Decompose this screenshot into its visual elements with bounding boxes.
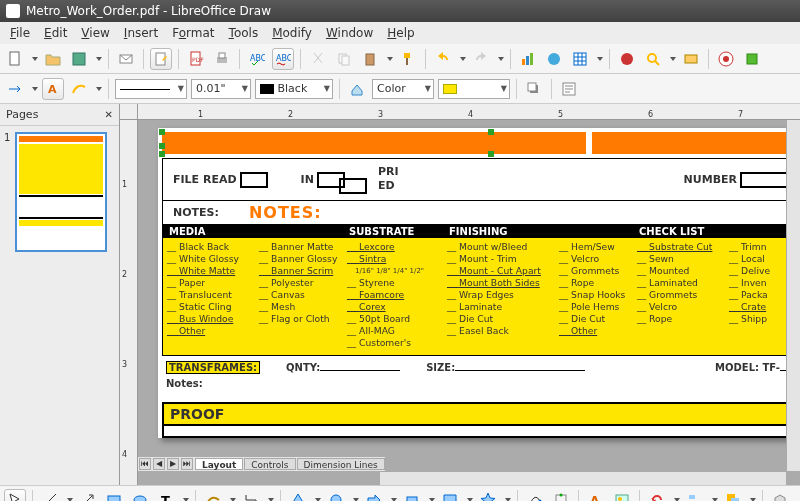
gallery-button[interactable] [680,48,702,70]
arrow-style-button[interactable] [4,78,26,100]
clone-format-button[interactable] [397,48,419,70]
menu-insert[interactable]: Insert [118,24,164,42]
menu-format[interactable]: Format [166,24,220,42]
orange-header-bar[interactable] [162,132,800,154]
zoom-dropdown[interactable] [670,57,676,61]
ellipse-tool[interactable] [129,489,151,502]
fill-color-combo[interactable]: ▼ [438,79,510,99]
export-pdf-button[interactable]: PDF [185,48,207,70]
line-tool[interactable] [39,489,61,502]
document-page[interactable]: FILE READ IN PRI ED NUMBER NOTES: NOTES:… [158,128,800,438]
points-button[interactable] [68,78,90,100]
ruler-horizontal: 1 2 3 4 5 6 7 [138,104,800,120]
vertical-scrollbar[interactable] [786,120,800,471]
pages-title-label: Pages [6,108,38,121]
menubar[interactable]: File Edit View Insert Format Tools Modif… [0,22,800,44]
area-button[interactable] [346,78,368,100]
print-button[interactable] [211,48,233,70]
copy-button[interactable] [333,48,355,70]
edit-file-button[interactable] [150,48,172,70]
tab-first[interactable]: ⏮ [139,458,151,470]
cut-button[interactable] [307,48,329,70]
paste-dropdown[interactable] [387,57,393,61]
align-tool[interactable] [684,489,706,502]
menu-modify[interactable]: Modify [266,24,318,42]
tab-controls[interactable]: Controls [244,458,295,470]
tab-next[interactable]: ▶ [167,458,179,470]
line-color-value: Black [278,82,308,95]
menu-file[interactable]: File [4,24,36,42]
redo-dropdown[interactable] [498,57,504,61]
tab-prev[interactable]: ◀ [153,458,165,470]
block-arrows-tool[interactable] [363,489,385,502]
tab-layout[interactable]: Layout [195,458,243,470]
curve-tool[interactable] [202,489,224,502]
arrange-tool[interactable] [722,489,744,502]
menu-tools[interactable]: Tools [223,24,265,42]
workarea: Pages ✕ 1 1 [0,104,800,485]
svg-rect-45 [731,498,739,502]
navigator-button[interactable] [616,48,638,70]
basic-shapes-tool[interactable] [287,489,309,502]
stars-tool[interactable] [477,489,499,502]
finishing-col-1: Mount w/Bleed Mount - Trim Mount - Cut A… [443,241,555,349]
line-width-combo[interactable]: 0.01"▼ [191,79,251,99]
line-style-button[interactable]: A [42,78,64,100]
redo-button[interactable] [470,48,492,70]
media-col-2: Banner Matte Banner Glossy Banner Scrim … [255,241,343,349]
menu-view[interactable]: View [75,24,115,42]
hyperlink-button[interactable] [543,48,565,70]
pages-panel: Pages ✕ 1 [0,104,120,485]
connector-tool[interactable] [240,489,262,502]
table-dropdown[interactable] [597,57,603,61]
from-file-tool[interactable] [611,489,633,502]
mail-button[interactable] [115,48,137,70]
arrow-style-dropdown[interactable] [32,87,38,91]
undo-dropdown[interactable] [460,57,466,61]
line-style-combo[interactable]: ▼ [115,79,187,99]
symbol-shapes-tool[interactable] [325,489,347,502]
callout-tool[interactable] [439,489,461,502]
tab-last[interactable]: ⏭ [181,458,193,470]
zoom-button[interactable] [642,48,664,70]
save-button[interactable] [68,48,90,70]
new-button[interactable] [4,48,26,70]
glue-points-tool[interactable] [550,489,572,502]
table-button[interactable] [569,48,591,70]
fill-mode-combo[interactable]: Color▼ [372,79,434,99]
chart-button[interactable] [517,48,539,70]
fontwork-tool[interactable]: A [585,489,607,502]
save-dropdown[interactable] [96,57,102,61]
canvas-area[interactable]: 1 2 3 4 5 6 7 1 2 3 4 [120,104,800,485]
styles-button[interactable] [558,78,580,100]
edit-points-tool[interactable] [524,489,546,502]
new-dropdown[interactable] [32,57,38,61]
flowchart-tool[interactable] [401,489,423,502]
points-dropdown[interactable] [96,87,102,91]
select-tool[interactable] [4,489,26,502]
autospellcheck-button[interactable]: ABC [272,48,294,70]
close-icon[interactable]: ✕ [105,109,113,120]
menu-window[interactable]: Window [320,24,379,42]
page-thumbnail[interactable] [15,132,107,252]
menu-edit[interactable]: Edit [38,24,73,42]
rect-tool[interactable] [103,489,125,502]
shadow-button[interactable] [523,78,545,100]
open-button[interactable] [42,48,64,70]
text-tool[interactable]: T [155,489,177,502]
spellcheck-button[interactable]: ABC [246,48,268,70]
horizontal-scrollbar[interactable] [380,471,786,485]
extension-button[interactable] [741,48,763,70]
help-button[interactable] [715,48,737,70]
menu-help[interactable]: Help [381,24,420,42]
paste-button[interactable] [359,48,381,70]
undo-button[interactable] [432,48,454,70]
tab-dimension[interactable]: Dimension Lines [297,458,385,470]
rotate-tool[interactable] [646,489,668,502]
svg-rect-12 [366,54,374,65]
drawing-toolbar: T A [0,485,800,501]
pages-body[interactable]: 1 [0,126,119,485]
arrow-tool[interactable] [77,489,99,502]
extrusion-tool[interactable] [769,489,791,502]
line-color-combo[interactable]: Black▼ [255,79,333,99]
